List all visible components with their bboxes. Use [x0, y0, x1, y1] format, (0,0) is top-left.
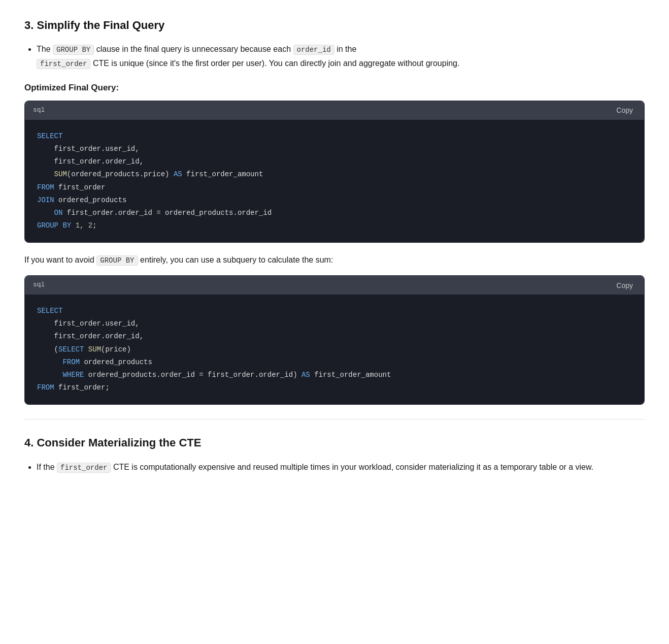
- section-4-bullets: If the first_order CTE is computationall…: [37, 460, 645, 474]
- code-pre-1: SELECT first_order.user_id, first_order.…: [37, 130, 632, 233]
- code-block-2-header: sql Copy: [25, 276, 644, 295]
- prose-2: If you want to avoid GROUP BY entirely, …: [24, 253, 645, 267]
- copy-button-1[interactable]: Copy: [613, 105, 636, 115]
- section-4-bullet-1: If the first_order CTE is computationall…: [37, 460, 645, 474]
- section-4-bullet-before: If the: [37, 463, 55, 471]
- section-4-bullet-after: CTE is computationally expensive and reu…: [113, 463, 593, 471]
- code-lang-label-2: sql: [33, 280, 45, 291]
- copy-button-2[interactable]: Copy: [613, 280, 636, 291]
- inline-code-groupby1: GROUP BY: [53, 45, 94, 55]
- code-pre-2: SELECT first_order.user_id, first_order.…: [37, 305, 632, 394]
- code-block-2-body: SELECT first_order.user_id, first_order.…: [25, 295, 644, 404]
- bullet-item-1: The GROUP BY clause in the final query i…: [37, 42, 645, 71]
- inline-code-firstorder2: first_order: [57, 463, 111, 473]
- code-lang-label-1: sql: [33, 105, 45, 116]
- optimized-query-subheading: Optimized Final Query:: [24, 81, 645, 94]
- inline-code-firstorder1: first_order: [37, 59, 90, 69]
- code-block-1-body: SELECT first_order.user_id, first_order.…: [25, 120, 644, 243]
- bullet-text-middle1: clause in the final query is unnecessary…: [96, 45, 291, 53]
- code-block-1: sql Copy SELECT first_order.user_id, fir…: [24, 101, 645, 243]
- prose-2-before: If you want to avoid: [24, 255, 94, 264]
- prose-2-after: entirely, you can use a subquery to calc…: [140, 255, 333, 264]
- section-4-heading: 4. Consider Materializing the CTE: [24, 434, 645, 452]
- bullet-text-before: The: [37, 45, 51, 53]
- bullet-text-after: CTE is unique (since it's the first orde…: [93, 59, 460, 68]
- section-3-bullets: The GROUP BY clause in the final query i…: [37, 42, 645, 71]
- code-block-1-header: sql Copy: [25, 101, 644, 120]
- section-3-heading: 3. Simplify the Final Query: [24, 16, 645, 34]
- inline-code-groupby2: GROUP BY: [96, 255, 138, 266]
- section-divider: [24, 419, 645, 420]
- code-block-2: sql Copy SELECT first_order.user_id, fir…: [24, 275, 645, 405]
- inline-code-orderid: order_id: [293, 45, 334, 55]
- bullet-text-middle2: in the: [337, 45, 356, 53]
